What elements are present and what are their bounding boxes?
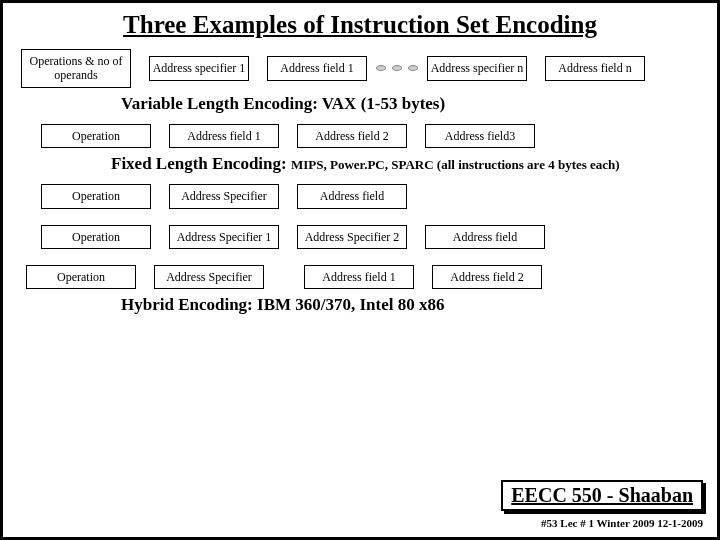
cell-field1: Address field 1 (267, 56, 367, 80)
footer-meta: #53 Lec # 1 Winter 2009 12-1-2009 (541, 517, 703, 529)
cell-spec2: Address Specifier 2 (297, 225, 407, 249)
cell-spec: Address Specifier (154, 265, 264, 289)
cell-op: Operation (41, 184, 151, 208)
label-fixed-main: Fixed Length Encoding: (111, 154, 287, 173)
slide: Three Examples of Instruction Set Encodi… (0, 0, 720, 540)
cell-spec1: Address specifier 1 (149, 56, 249, 80)
ellipsis-icon (367, 65, 427, 71)
cell-ops: Operations & no of operands (21, 49, 131, 88)
cell-op: Operation (41, 225, 151, 249)
cell-spec1: Address Specifier 1 (169, 225, 279, 249)
cell-field: Address field (425, 225, 545, 249)
label-fixed: Fixed Length Encoding: MIPS, Power.PC, S… (111, 154, 699, 174)
row-hybrid-3: Operation Address Specifier Address fiel… (26, 265, 699, 289)
dot-icon (408, 65, 418, 71)
cell-spec: Address Specifier (169, 184, 279, 208)
cell-op: Operation (41, 124, 151, 148)
cell-field: Address field (297, 184, 407, 208)
cell-specn: Address specifier n (427, 56, 527, 80)
cell-f1: Address field 1 (304, 265, 414, 289)
page-title: Three Examples of Instruction Set Encodi… (21, 11, 699, 39)
row-hybrid-2: Operation Address Specifier 1 Address Sp… (41, 225, 699, 249)
label-hybrid: Hybrid Encoding: IBM 360/370, Intel 80 x… (121, 295, 699, 315)
cell-f1: Address field 1 (169, 124, 279, 148)
cell-f2: Address field 2 (432, 265, 542, 289)
row-fixed: Operation Address field 1 Address field … (41, 124, 699, 148)
row-hybrid-1: Operation Address Specifier Address fiel… (41, 184, 699, 208)
dot-icon (376, 65, 386, 71)
cell-op: Operation (26, 265, 136, 289)
label-variable: Variable Length Encoding: VAX (1-53 byte… (121, 94, 699, 114)
row-variable: Operations & no of operands Address spec… (21, 49, 699, 88)
cell-fieldn: Address field n (545, 56, 645, 80)
cell-f3: Address field3 (425, 124, 535, 148)
cell-f2: Address field 2 (297, 124, 407, 148)
dot-icon (392, 65, 402, 71)
label-fixed-sub: MIPS, Power.PC, SPARC (all instructions … (291, 157, 620, 172)
footer-course: EECC 550 - Shaaban (501, 480, 703, 511)
